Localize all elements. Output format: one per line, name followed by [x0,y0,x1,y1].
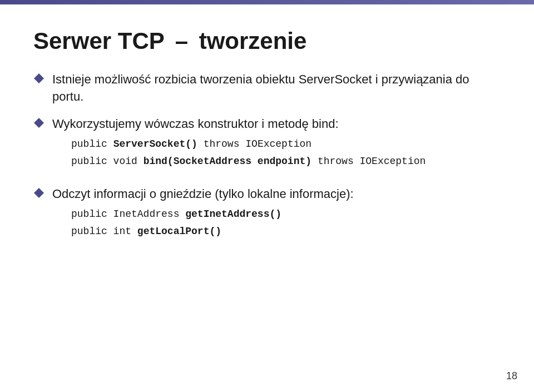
code2-prefix1: public InetAddress [71,209,185,220]
code1-suffix2: throws IOException [312,156,426,167]
code-block-2: public InetAddress getInetAddress() publ… [71,206,354,240]
code1-bold2: bind(SocketAddress endpoint) [144,156,312,167]
bullet-text-3: Odczyt informacji o gnieździe (tylko lok… [52,187,354,201]
code1-prefix1: public [71,138,113,150]
slide-title: Serwer TCP – tworzenie [33,28,501,54]
code1-suffix1: throws IOException [197,138,312,150]
bullet-item-3: Odczyt informacji o gnieździe (tylko lok… [33,186,501,246]
title-part2: tworzenie [199,28,307,54]
diamond-icon-2 [33,117,44,128]
code2-line-1: public InetAddress getInetAddress() [71,206,354,223]
code-block-1: public ServerSocket() throws IOException… [71,136,426,170]
bullet-item-2: Wykorzystujemy wówczas konstruktor i met… [33,116,501,176]
slide: Serwer TCP – tworzenie Istnieje możliwoś… [0,0,534,392]
bullet-text-1: Istnieje możliwość rozbicia tworzenia ob… [52,71,501,106]
svg-marker-0 [34,73,44,83]
code2-bold2: getLocalPort() [137,226,221,237]
bullet-text-2: Wykorzystujemy wówczas konstruktor i met… [52,117,339,131]
svg-marker-2 [34,188,44,198]
svg-marker-1 [34,118,44,128]
code-line-2: public void bind(SocketAddress endpoint)… [71,153,426,170]
code1-bold1: ServerSocket() [113,138,197,150]
bullet-item-1: Istnieje możliwość rozbicia tworzenia ob… [33,71,501,106]
code2-bold1: getInetAddress() [185,209,281,220]
title-dash: – [175,28,188,54]
top-bar [0,0,534,4]
code2-line-2: public int getLocalPort() [71,223,354,240]
code2-prefix2: public int [71,226,137,237]
page-number: 18 [506,370,517,382]
diamond-icon-3 [33,187,44,199]
code1-prefix2: public void [71,156,144,167]
title-part1: Serwer TCP [33,28,164,54]
code-line-1: public ServerSocket() throws IOException [71,136,426,153]
diamond-icon-1 [33,73,44,84]
